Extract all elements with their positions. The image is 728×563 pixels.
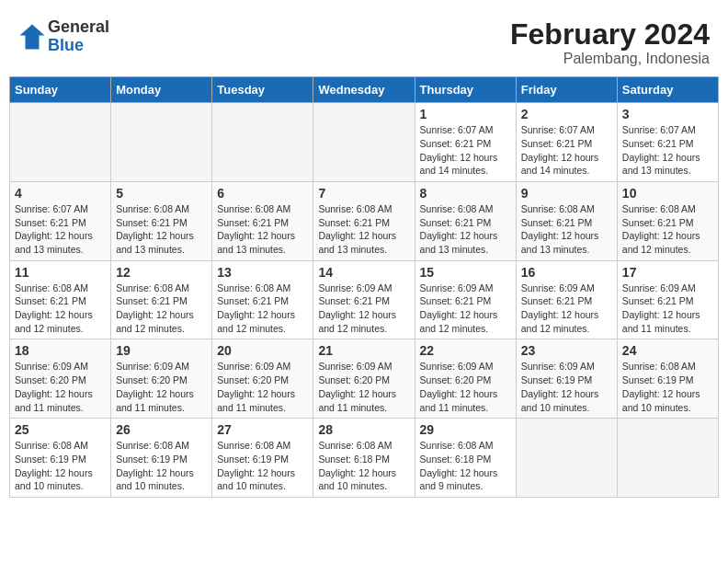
calendar-cell: 4Sunrise: 6:07 AM Sunset: 6:21 PM Daylig… [10, 181, 111, 260]
day-info: Sunrise: 6:08 AM Sunset: 6:21 PM Dayligh… [116, 282, 207, 336]
calendar-cell: 12Sunrise: 6:08 AM Sunset: 6:21 PM Dayli… [111, 260, 212, 339]
day-number: 12 [116, 265, 207, 280]
calendar-cell: 18Sunrise: 6:09 AM Sunset: 6:20 PM Dayli… [10, 339, 111, 419]
day-info: Sunrise: 6:08 AM Sunset: 6:19 PM Dayligh… [217, 439, 308, 493]
calendar-week-row: 11Sunrise: 6:08 AM Sunset: 6:21 PM Dayli… [10, 260, 719, 339]
day-number: 29 [420, 422, 511, 437]
day-info: Sunrise: 6:09 AM Sunset: 6:20 PM Dayligh… [318, 360, 409, 414]
calendar-cell: 21Sunrise: 6:09 AM Sunset: 6:20 PM Dayli… [313, 339, 415, 419]
day-info: Sunrise: 6:08 AM Sunset: 6:21 PM Dayligh… [521, 202, 612, 257]
logo-text: General Blue [48, 18, 109, 55]
day-number: 25 [15, 422, 106, 437]
title-block: February 2024 Palembang, Indonesia [510, 18, 710, 67]
calendar-cell: 17Sunrise: 6:09 AM Sunset: 6:21 PM Dayli… [617, 260, 718, 339]
calendar-cell: 16Sunrise: 6:09 AM Sunset: 6:21 PM Dayli… [516, 260, 617, 339]
calendar-cell: 6Sunrise: 6:08 AM Sunset: 6:21 PM Daylig… [212, 181, 313, 260]
calendar-header-row: SundayMondayTuesdayWednesdayThursdayFrid… [10, 77, 719, 103]
calendar-table: SundayMondayTuesdayWednesdayThursdayFrid… [9, 76, 719, 498]
day-info: Sunrise: 6:08 AM Sunset: 6:18 PM Dayligh… [420, 439, 511, 493]
calendar-cell: 29Sunrise: 6:08 AM Sunset: 6:18 PM Dayli… [415, 419, 516, 498]
day-number: 28 [318, 422, 409, 437]
calendar-cell: 7Sunrise: 6:08 AM Sunset: 6:21 PM Daylig… [313, 181, 415, 260]
calendar-week-row: 25Sunrise: 6:08 AM Sunset: 6:19 PM Dayli… [10, 419, 719, 498]
calendar-cell: 3Sunrise: 6:07 AM Sunset: 6:21 PM Daylig… [617, 103, 718, 182]
header-sunday: Sunday [10, 77, 111, 103]
month-title: February 2024 [510, 18, 710, 51]
calendar-cell [516, 419, 617, 498]
calendar-cell [10, 103, 111, 182]
day-number: 9 [521, 186, 612, 201]
day-number: 17 [622, 265, 713, 280]
calendar-cell: 14Sunrise: 6:09 AM Sunset: 6:21 PM Dayli… [313, 260, 415, 339]
calendar-cell: 10Sunrise: 6:08 AM Sunset: 6:21 PM Dayli… [617, 181, 718, 260]
calendar-cell [212, 103, 313, 182]
calendar-cell [111, 103, 212, 182]
day-number: 6 [217, 186, 308, 201]
day-number: 13 [217, 265, 308, 280]
day-number: 21 [318, 343, 409, 358]
day-number: 24 [622, 343, 713, 358]
header-wednesday: Wednesday [313, 77, 415, 103]
calendar-cell: 23Sunrise: 6:09 AM Sunset: 6:19 PM Dayli… [516, 339, 617, 419]
day-number: 16 [521, 265, 612, 280]
day-number: 2 [521, 107, 612, 121]
calendar-cell: 5Sunrise: 6:08 AM Sunset: 6:21 PM Daylig… [111, 181, 212, 260]
header-friday: Friday [516, 77, 617, 103]
day-info: Sunrise: 6:08 AM Sunset: 6:21 PM Dayligh… [116, 202, 207, 257]
day-number: 14 [318, 265, 409, 280]
day-number: 18 [15, 343, 106, 358]
day-number: 1 [420, 107, 511, 121]
calendar-week-row: 4Sunrise: 6:07 AM Sunset: 6:21 PM Daylig… [10, 181, 719, 260]
day-number: 11 [15, 265, 106, 280]
header-tuesday: Tuesday [212, 77, 313, 103]
calendar-cell: 22Sunrise: 6:09 AM Sunset: 6:20 PM Dayli… [415, 339, 516, 419]
location: Palembang, Indonesia [510, 51, 710, 67]
day-number: 19 [116, 343, 207, 358]
day-info: Sunrise: 6:08 AM Sunset: 6:21 PM Dayligh… [318, 202, 409, 257]
calendar-week-row: 18Sunrise: 6:09 AM Sunset: 6:20 PM Dayli… [10, 339, 719, 419]
day-info: Sunrise: 6:08 AM Sunset: 6:21 PM Dayligh… [217, 202, 308, 257]
header-monday: Monday [111, 77, 212, 103]
calendar-week-row: 1Sunrise: 6:07 AM Sunset: 6:21 PM Daylig… [10, 103, 719, 182]
calendar-cell: 13Sunrise: 6:08 AM Sunset: 6:21 PM Dayli… [212, 260, 313, 339]
day-info: Sunrise: 6:08 AM Sunset: 6:19 PM Dayligh… [15, 439, 106, 493]
calendar-cell: 26Sunrise: 6:08 AM Sunset: 6:19 PM Dayli… [111, 419, 212, 498]
calendar-body: 1Sunrise: 6:07 AM Sunset: 6:21 PM Daylig… [10, 103, 719, 498]
logo: General Blue [18, 18, 109, 55]
day-number: 27 [217, 422, 308, 437]
page-header: General Blue February 2024 Palembang, In… [9, 9, 719, 72]
day-info: Sunrise: 6:09 AM Sunset: 6:21 PM Dayligh… [521, 282, 612, 336]
day-info: Sunrise: 6:08 AM Sunset: 6:18 PM Dayligh… [318, 439, 409, 493]
header-saturday: Saturday [617, 77, 718, 103]
header-thursday: Thursday [415, 77, 516, 103]
calendar-cell: 9Sunrise: 6:08 AM Sunset: 6:21 PM Daylig… [516, 181, 617, 260]
day-info: Sunrise: 6:09 AM Sunset: 6:20 PM Dayligh… [15, 360, 106, 414]
day-info: Sunrise: 6:08 AM Sunset: 6:21 PM Dayligh… [420, 202, 511, 257]
day-info: Sunrise: 6:08 AM Sunset: 6:21 PM Dayligh… [15, 282, 106, 336]
day-number: 20 [217, 343, 308, 358]
calendar-cell: 1Sunrise: 6:07 AM Sunset: 6:21 PM Daylig… [415, 103, 516, 182]
calendar-cell: 2Sunrise: 6:07 AM Sunset: 6:21 PM Daylig… [516, 103, 617, 182]
day-info: Sunrise: 6:09 AM Sunset: 6:21 PM Dayligh… [318, 282, 409, 336]
day-info: Sunrise: 6:08 AM Sunset: 6:19 PM Dayligh… [622, 360, 713, 414]
calendar-cell: 11Sunrise: 6:08 AM Sunset: 6:21 PM Dayli… [10, 260, 111, 339]
day-info: Sunrise: 6:09 AM Sunset: 6:20 PM Dayligh… [116, 360, 207, 414]
day-info: Sunrise: 6:07 AM Sunset: 6:21 PM Dayligh… [420, 123, 511, 178]
day-number: 15 [420, 265, 511, 280]
day-number: 23 [521, 343, 612, 358]
logo-general-text: General [48, 18, 109, 37]
day-info: Sunrise: 6:07 AM Sunset: 6:21 PM Dayligh… [622, 123, 713, 178]
day-info: Sunrise: 6:08 AM Sunset: 6:21 PM Dayligh… [622, 202, 713, 257]
calendar-cell: 19Sunrise: 6:09 AM Sunset: 6:20 PM Dayli… [111, 339, 212, 419]
day-info: Sunrise: 6:09 AM Sunset: 6:19 PM Dayligh… [521, 360, 612, 414]
calendar-cell: 8Sunrise: 6:08 AM Sunset: 6:21 PM Daylig… [415, 181, 516, 260]
day-info: Sunrise: 6:07 AM Sunset: 6:21 PM Dayligh… [521, 123, 612, 178]
logo-blue-text: Blue [48, 37, 109, 55]
day-number: 26 [116, 422, 207, 437]
day-info: Sunrise: 6:09 AM Sunset: 6:20 PM Dayligh… [420, 360, 511, 414]
calendar-cell: 15Sunrise: 6:09 AM Sunset: 6:21 PM Dayli… [415, 260, 516, 339]
calendar-cell: 20Sunrise: 6:09 AM Sunset: 6:20 PM Dayli… [212, 339, 313, 419]
calendar-cell: 25Sunrise: 6:08 AM Sunset: 6:19 PM Dayli… [10, 419, 111, 498]
calendar-cell [313, 103, 415, 182]
calendar-cell: 24Sunrise: 6:08 AM Sunset: 6:19 PM Dayli… [617, 339, 718, 419]
